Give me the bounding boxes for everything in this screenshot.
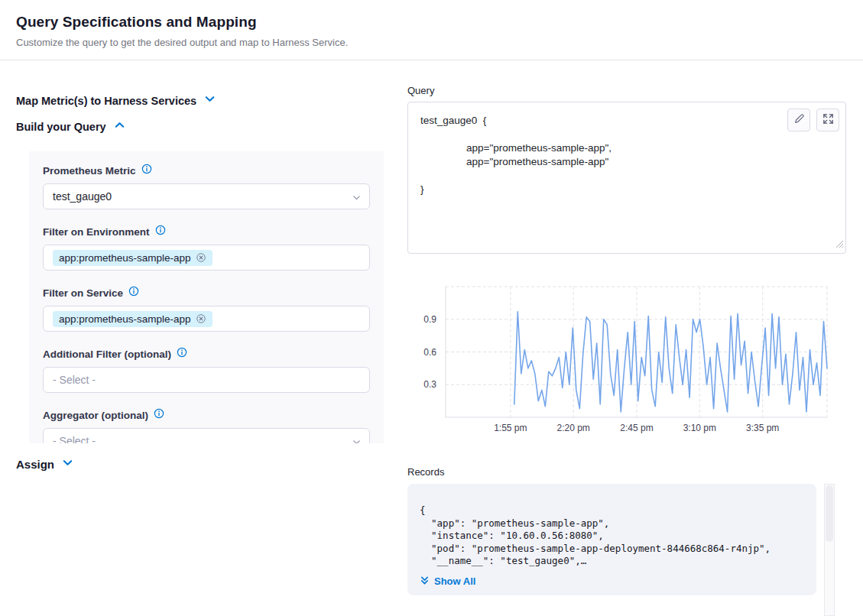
expand-query-button[interactable] bbox=[816, 109, 839, 131]
records-label: Records bbox=[407, 466, 444, 478]
filter-service-input[interactable]: app:prometheus-sample-app bbox=[43, 306, 370, 332]
svg-text:0.9: 0.9 bbox=[423, 314, 436, 325]
field-aggregator: Aggregator (optional) bbox=[43, 408, 370, 443]
records-scrollbar[interactable] bbox=[824, 484, 835, 616]
chevron-down-icon bbox=[204, 93, 216, 108]
show-all-link[interactable]: Show All bbox=[420, 575, 806, 588]
chevron-up-icon bbox=[114, 119, 125, 134]
service-filter-chip: app:prometheus-sample-app bbox=[53, 311, 213, 327]
query-editor-box[interactable]: test_gauge0 { app="prometheus-sample-app… bbox=[407, 102, 846, 254]
info-icon[interactable] bbox=[154, 408, 164, 422]
svg-text:0.6: 0.6 bbox=[423, 347, 436, 358]
chevron-down-icon bbox=[352, 192, 362, 206]
field-filter-environment: Filter on Environment app:prometheus-sam… bbox=[43, 225, 370, 271]
svg-text:1:55 pm: 1:55 pm bbox=[494, 423, 527, 433]
section-assign-label: Assign bbox=[16, 458, 54, 471]
aggregator-select[interactable] bbox=[43, 428, 370, 443]
info-icon[interactable] bbox=[141, 164, 152, 177]
additional-filter-input[interactable] bbox=[53, 374, 360, 386]
pencil-icon bbox=[793, 113, 805, 128]
svg-text:3:35 pm: 3:35 pm bbox=[746, 423, 779, 433]
environment-filter-chip-label: app:prometheus-sample-app bbox=[59, 252, 191, 264]
prometheus-metric-label: Prometheus Metric bbox=[43, 165, 136, 177]
query-builder-panel: Prometheus Metric test_gauge0 Filter on … bbox=[29, 151, 384, 443]
query-specifications-page: Query Specifications and Mapping Customi… bbox=[0, 0, 863, 616]
chevron-down-icon bbox=[352, 436, 362, 443]
section-assign[interactable]: Assign bbox=[16, 457, 73, 472]
query-preview-column: Query test_gauge0 { app="prometheus-samp… bbox=[407, 0, 846, 616]
metric-timeseries-chart: 0.30.60.91:55 pm2:20 pm2:45 pm3:10 pm3:3… bbox=[407, 285, 846, 438]
query-text: test_gauge0 { app="prometheus-sample-app… bbox=[408, 102, 845, 208]
svg-text:2:45 pm: 2:45 pm bbox=[620, 423, 653, 433]
fullscreen-icon bbox=[822, 113, 834, 128]
info-icon[interactable] bbox=[155, 225, 166, 238]
record-card: { "app": "prometheus-sample-app", "insta… bbox=[407, 484, 816, 595]
remove-chip-icon[interactable] bbox=[196, 252, 206, 263]
info-icon[interactable] bbox=[128, 286, 139, 300]
resize-grip-icon[interactable] bbox=[835, 238, 844, 251]
svg-text:3:10 pm: 3:10 pm bbox=[683, 423, 716, 433]
field-prometheus-metric: Prometheus Metric test_gauge0 bbox=[43, 164, 370, 209]
double-chevron-down-icon bbox=[420, 575, 430, 588]
page-title: Query Specifications and Mapping bbox=[16, 14, 257, 31]
section-build-query[interactable]: Build your Query bbox=[16, 119, 125, 134]
filter-environment-label: Filter on Environment bbox=[43, 226, 150, 238]
record-json: { "app": "prometheus-sample-app", "insta… bbox=[420, 504, 806, 568]
chevron-down-icon bbox=[62, 457, 73, 472]
svg-text:2:20 pm: 2:20 pm bbox=[556, 423, 589, 433]
additional-filter-input-wrap bbox=[43, 367, 370, 393]
show-all-label: Show All bbox=[434, 575, 475, 587]
prometheus-metric-value: test_gauge0 bbox=[53, 190, 112, 203]
filter-environment-input[interactable]: app:prometheus-sample-app bbox=[43, 245, 370, 271]
prometheus-metric-select[interactable]: test_gauge0 bbox=[43, 183, 370, 209]
query-label: Query bbox=[407, 85, 434, 96]
records-scrollbar-thumb[interactable] bbox=[826, 485, 833, 542]
service-filter-chip-label: app:prometheus-sample-app bbox=[59, 313, 191, 325]
info-icon[interactable] bbox=[177, 347, 187, 361]
aggregator-input[interactable] bbox=[53, 435, 360, 443]
edit-query-button[interactable] bbox=[787, 109, 810, 131]
remove-chip-icon[interactable] bbox=[196, 313, 206, 324]
filter-service-label: Filter on Service bbox=[43, 287, 123, 299]
timeseries-chart-svg: 0.30.60.91:55 pm2:20 pm2:45 pm3:10 pm3:3… bbox=[407, 285, 846, 438]
additional-filter-label: Additional Filter (optional) bbox=[43, 349, 171, 360]
field-additional-filter: Additional Filter (optional) bbox=[43, 347, 370, 393]
section-map-metrics-label: Map Metric(s) to Harness Services bbox=[16, 95, 196, 107]
page-subtitle: Customize the query to get the desired o… bbox=[16, 37, 348, 48]
section-build-query-label: Build your Query bbox=[16, 121, 106, 133]
query-toolbar bbox=[787, 109, 839, 131]
svg-text:0.3: 0.3 bbox=[423, 379, 436, 390]
aggregator-label: Aggregator (optional) bbox=[43, 410, 148, 421]
field-filter-service: Filter on Service app:prometheus-sample-… bbox=[43, 286, 370, 332]
section-map-metrics[interactable]: Map Metric(s) to Harness Services bbox=[16, 93, 216, 108]
environment-filter-chip: app:prometheus-sample-app bbox=[53, 250, 213, 266]
